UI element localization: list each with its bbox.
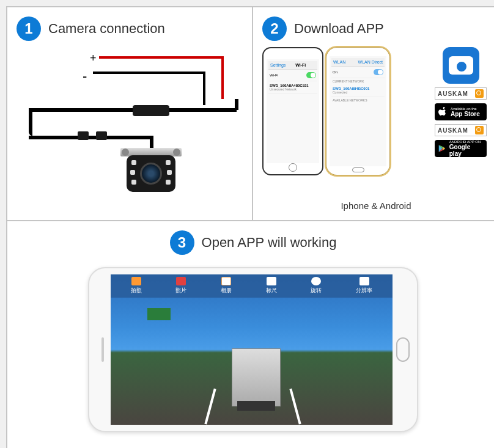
home-button-icon	[352, 167, 364, 172]
step-title-1: Camera connection	[48, 21, 165, 37]
instruction-diagram: 1 Camera connection + -	[6, 6, 494, 448]
album-icon	[221, 277, 231, 285]
toolbar-item-photo: 拍照	[131, 277, 142, 295]
truck-icon	[232, 348, 281, 406]
step-number-2: 2	[262, 17, 287, 41]
app-logo-icon	[443, 47, 479, 84]
panel-open-app: 3 Open APP will working 拍照 照片 相册 标尺 旋转 分…	[7, 221, 494, 448]
google-play-badge: ANDROID APP ONGoogle play	[435, 140, 487, 157]
search-icon	[475, 126, 484, 134]
camera-icon	[131, 277, 141, 285]
panel-download-app: 2 Download APP Settings Wi-Fi Wi-Fi	[253, 7, 494, 220]
negative-wire	[203, 72, 205, 105]
step-number-3: 3	[170, 230, 194, 255]
apple-icon	[438, 107, 448, 117]
toolbar-item-album: 相册	[221, 277, 232, 295]
road-sign	[147, 308, 171, 320]
wifi-network-sub: Unsecured Network	[270, 87, 297, 91]
wlan-header-right: WLAN Direct	[358, 60, 383, 64]
ruler-icon	[267, 277, 276, 285]
negative-wire	[93, 72, 203, 74]
wifi-toggle-icon	[306, 72, 316, 78]
cable	[29, 136, 151, 139]
road-marking	[289, 388, 301, 424]
screen-title: Wi-Fi	[295, 63, 306, 67]
search-icon	[475, 89, 484, 98]
wifi-toggle-label: Wi-Fi	[270, 73, 278, 77]
cable	[235, 99, 238, 110]
camera-icon	[127, 148, 175, 191]
home-button-icon	[289, 163, 297, 172]
picture-icon	[176, 277, 186, 285]
auskam-badge: AUSKAM	[435, 124, 487, 136]
wlan-on-label: On	[333, 70, 337, 74]
toolbar-item-pic: 照片	[175, 277, 186, 295]
phone-landscape-mockup: 拍照 照片 相册 标尺 旋转 分辨率	[88, 267, 418, 432]
toolbar-item-resolution: 分辨率	[356, 277, 372, 295]
positive-terminal-label: +	[90, 52, 97, 65]
cable-connector	[78, 131, 89, 140]
play-icon	[438, 144, 446, 153]
cable	[29, 108, 32, 136]
resolution-icon	[359, 277, 369, 285]
available-networks-header: AVAILABLE NETWORKS	[331, 97, 385, 103]
cable-connector	[96, 131, 107, 140]
positive-wire	[99, 56, 221, 59]
road-marking	[205, 388, 216, 424]
camera-feed-screen: 拍照 照片 相册 标尺 旋转 分辨率	[111, 274, 393, 425]
app-toolbar: 拍照 照片 相册 标尺 旋转 分辨率	[111, 274, 393, 298]
app-store-badge: Available on theApp Store	[435, 103, 487, 120]
android-mockup: WLAN WLAN Direct On CURRENT NETWORK SWD_…	[326, 47, 390, 175]
home-button-icon	[396, 337, 410, 362]
toolbar-item-ruler: 标尺	[266, 277, 277, 295]
speaker-icon	[101, 337, 104, 362]
wifi-transmitter-icon	[133, 105, 169, 116]
negative-terminal-label: -	[83, 68, 87, 84]
current-network-header: CURRENT NETWORK	[331, 78, 385, 84]
iphone-wifi-screen: Settings Wi-Fi Wi-Fi SWD_160A8A480C531 U…	[267, 59, 319, 163]
rotate-icon	[311, 277, 321, 285]
auskam-badge: AUSKAM	[435, 87, 487, 100]
panel-camera-connection: 1 Camera connection + -	[7, 7, 253, 220]
android-wlan-screen: WLAN WLAN Direct On CURRENT NETWORK SWD_…	[330, 56, 386, 166]
app-badges-column: AUSKAM Available on theApp Store AUSKAM …	[432, 47, 490, 197]
positive-wire	[221, 56, 224, 99]
step-title-2: Download APP	[294, 21, 384, 37]
toolbar-item-rotate: 旋转	[311, 277, 322, 295]
wlan-header-left: WLAN	[333, 60, 345, 64]
wiring-diagram: + -	[17, 47, 243, 200]
wlan-toggle-icon	[374, 69, 383, 75]
step-number-1: 1	[17, 17, 41, 41]
step-title-3: Open APP will working	[202, 235, 337, 251]
back-link: Settings	[270, 63, 286, 67]
phones-caption: Iphone & Android	[262, 200, 490, 211]
iphone-mockup: Settings Wi-Fi Wi-Fi SWD_160A8A480C531 U…	[262, 47, 323, 175]
wlan-connected-label: Connected	[333, 90, 347, 94]
